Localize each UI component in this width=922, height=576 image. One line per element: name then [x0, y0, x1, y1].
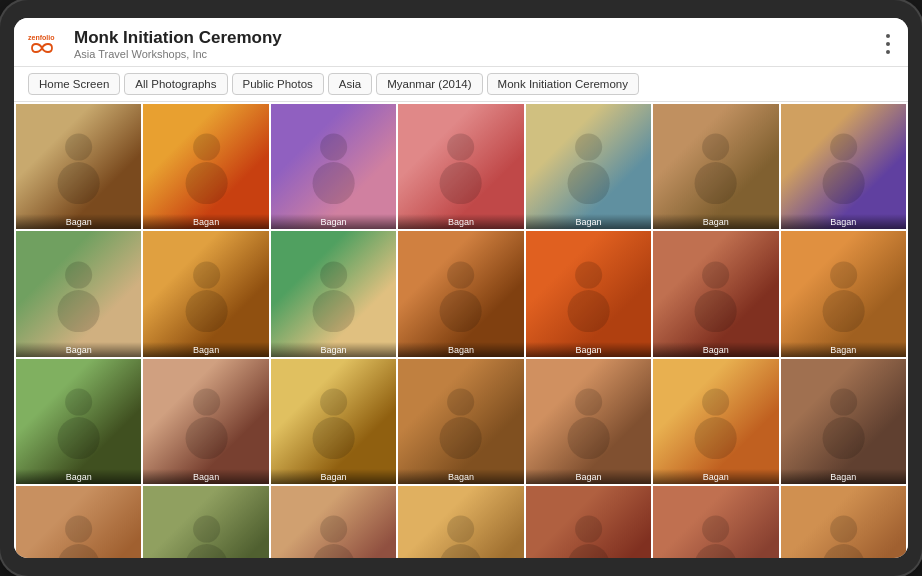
zenfolio-logo: zenfolio: [28, 30, 64, 58]
photo-cell[interactable]: Bagan: [398, 486, 523, 558]
photo-label: Bagan: [271, 214, 396, 229]
photo-label: Bagan: [16, 342, 141, 357]
photo-cell[interactable]: Bagan: [781, 359, 906, 484]
breadcrumb-item-ceremony[interactable]: Monk Initiation Ceremony: [487, 73, 639, 95]
photo-overlay: [271, 231, 396, 356]
svg-point-56: [822, 545, 864, 558]
photo-cell[interactable]: Bagan: [398, 359, 523, 484]
svg-point-9: [575, 134, 602, 161]
svg-point-48: [312, 545, 354, 558]
svg-point-46: [185, 545, 227, 558]
svg-point-34: [312, 417, 354, 459]
photo-label: Bagan: [653, 214, 778, 229]
svg-point-18: [185, 290, 227, 332]
more-options-button[interactable]: [882, 30, 894, 58]
svg-point-55: [830, 516, 857, 543]
person-silhouette: [423, 384, 498, 459]
svg-point-14: [822, 162, 864, 204]
header: zenfolio Monk Initiation Ceremony Asia T…: [14, 18, 908, 67]
photo-overlay: [781, 359, 906, 484]
person-silhouette: [678, 384, 753, 459]
photo-cell[interactable]: Bagan: [526, 104, 651, 229]
svg-point-28: [822, 290, 864, 332]
photo-overlay: [143, 359, 268, 484]
person-silhouette: [41, 384, 116, 459]
svg-point-24: [567, 290, 609, 332]
person-silhouette: [806, 129, 881, 204]
photo-overlay: [143, 486, 268, 558]
photo-label: Bagan: [526, 214, 651, 229]
photo-cell[interactable]: Bagan: [271, 486, 396, 558]
photo-overlay: [653, 486, 778, 558]
person-silhouette: [169, 129, 244, 204]
photo-cell[interactable]: Bagan: [16, 104, 141, 229]
photo-cell[interactable]: Bagan: [16, 486, 141, 558]
photo-cell[interactable]: Bagan: [526, 231, 651, 356]
dot2: [886, 42, 890, 46]
person-silhouette: [678, 257, 753, 332]
svg-point-4: [185, 162, 227, 204]
photo-overlay: [653, 104, 778, 229]
photo-cell[interactable]: Bagan: [781, 231, 906, 356]
person-silhouette: [423, 129, 498, 204]
photo-cell[interactable]: Bagan: [781, 486, 906, 558]
photo-cell[interactable]: Bagan: [16, 359, 141, 484]
svg-point-13: [830, 134, 857, 161]
breadcrumb-item-public[interactable]: Public Photos: [232, 73, 324, 95]
svg-point-45: [193, 516, 220, 543]
photo-cell[interactable]: Bagan: [653, 104, 778, 229]
photo-overlay: [398, 359, 523, 484]
photo-cell[interactable]: Bagan: [781, 104, 906, 229]
svg-point-42: [822, 417, 864, 459]
svg-point-10: [567, 162, 609, 204]
breadcrumb-item-asia[interactable]: Asia: [328, 73, 372, 95]
person-silhouette: [423, 257, 498, 332]
svg-point-11: [702, 134, 729, 161]
svg-point-47: [320, 516, 347, 543]
photo-cell[interactable]: Bagan: [143, 104, 268, 229]
photo-grid[interactable]: Bagan Bagan Bagan: [14, 102, 908, 558]
svg-point-21: [447, 261, 474, 288]
breadcrumb-item-home[interactable]: Home Screen: [28, 73, 120, 95]
photo-overlay: [398, 104, 523, 229]
photo-cell[interactable]: Bagan: [526, 486, 651, 558]
photo-cell[interactable]: Bagan: [143, 231, 268, 356]
svg-point-5: [320, 134, 347, 161]
photo-label: Bagan: [16, 469, 141, 484]
svg-point-37: [575, 388, 602, 415]
breadcrumb-item-myanmar[interactable]: Myanmar (2014): [376, 73, 482, 95]
svg-point-44: [58, 545, 100, 558]
breadcrumb: Home ScreenAll PhotographsPublic PhotosA…: [14, 67, 908, 102]
breadcrumb-item-all[interactable]: All Photographs: [124, 73, 227, 95]
photo-cell[interactable]: Bagan: [271, 231, 396, 356]
svg-point-3: [193, 134, 220, 161]
photo-cell[interactable]: Bagan: [653, 486, 778, 558]
photo-cell[interactable]: Bagan: [143, 359, 268, 484]
svg-point-40: [695, 417, 737, 459]
photo-cell[interactable]: Bagan: [526, 359, 651, 484]
photo-cell[interactable]: Bagan: [271, 359, 396, 484]
person-silhouette: [678, 129, 753, 204]
photo-cell[interactable]: Bagan: [398, 231, 523, 356]
person-silhouette: [41, 257, 116, 332]
svg-point-35: [447, 388, 474, 415]
photo-cell[interactable]: Bagan: [653, 359, 778, 484]
photo-label: Bagan: [143, 214, 268, 229]
photo-cell[interactable]: Bagan: [398, 104, 523, 229]
person-silhouette: [806, 384, 881, 459]
svg-text:zenfolio: zenfolio: [28, 34, 54, 41]
person-silhouette: [169, 384, 244, 459]
person-silhouette: [169, 511, 244, 558]
header-title: Monk Initiation Ceremony: [74, 28, 282, 48]
photo-cell[interactable]: Bagan: [16, 231, 141, 356]
person-silhouette: [551, 511, 626, 558]
photo-cell[interactable]: Bagan: [653, 231, 778, 356]
photo-label: Bagan: [398, 342, 523, 357]
svg-point-16: [58, 290, 100, 332]
photo-overlay: [398, 231, 523, 356]
photo-cell[interactable]: Bagan: [143, 486, 268, 558]
svg-point-50: [440, 545, 482, 558]
svg-point-27: [830, 261, 857, 288]
photo-cell[interactable]: Bagan: [271, 104, 396, 229]
photo-label: Bagan: [16, 214, 141, 229]
